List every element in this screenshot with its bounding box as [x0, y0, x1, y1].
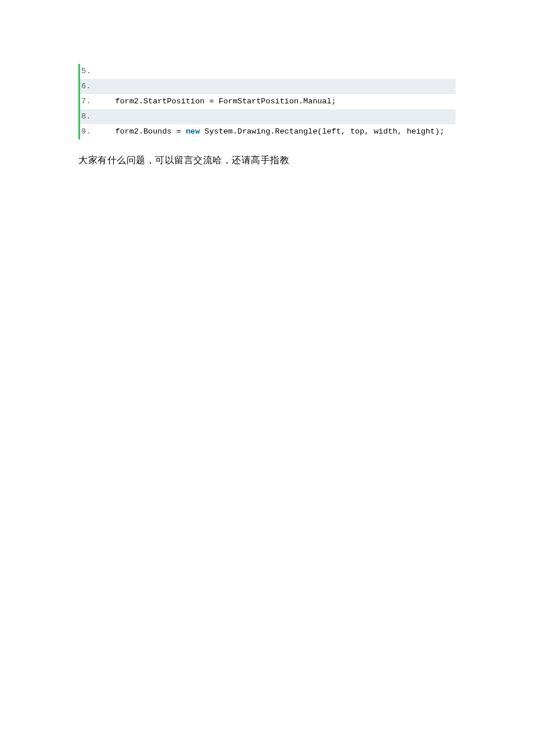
- content-area: 5. 6. 7. form2.StartPosition = FormStart…: [0, 0, 534, 167]
- code-line: 7. form2.StartPosition = FormStartPositi…: [80, 94, 456, 109]
- code-prefix: form2.Bounds =: [96, 127, 186, 136]
- code-line: 6.: [80, 79, 456, 94]
- line-number: 9.: [80, 128, 96, 136]
- code-block: 5. 6. 7. form2.StartPosition = FormStart…: [78, 64, 456, 139]
- line-number: 5.: [80, 67, 96, 75]
- code-line: 5.: [80, 64, 456, 79]
- line-number: 7.: [80, 98, 96, 106]
- line-number: 6.: [80, 82, 96, 91]
- code-line: 8.: [80, 109, 456, 124]
- code-suffix: System.Drawing.Rectangle(left, top, widt…: [200, 127, 444, 136]
- code-content: form2.Bounds = new System.Drawing.Rectan…: [96, 128, 445, 136]
- line-number: 8.: [80, 113, 96, 121]
- code-keyword: new: [186, 127, 200, 136]
- code-line: 9. form2.Bounds = new System.Drawing.Rec…: [80, 124, 456, 139]
- code-content: form2.StartPosition = FormStartPosition.…: [96, 98, 336, 106]
- paragraph-text: 大家有什么问题，可以留言交流哈，还请高手指教: [78, 154, 456, 167]
